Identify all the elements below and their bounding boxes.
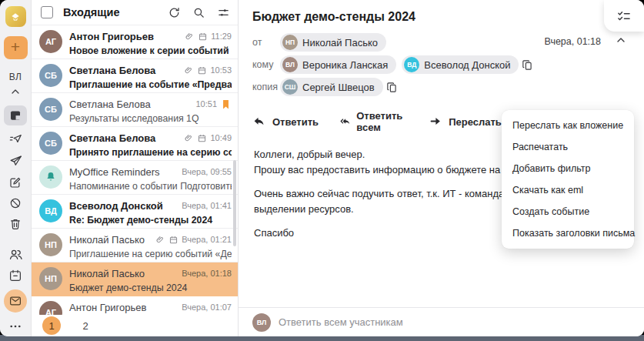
list-item[interactable]: MyOffice Reminders Вчера, 09:55 Напомина… — [32, 161, 238, 195]
folder-spam-icon[interactable] — [8, 196, 22, 210]
message-preview: Результаты исследования 1Q — [69, 112, 232, 125]
folder-drafts-icon[interactable] — [8, 176, 22, 189]
recipient-chip[interactable]: СШСергей Швецов — [280, 78, 383, 96]
message-subject: Бюджет демо-стенды 2024 — [239, 0, 644, 24]
message-preview: Re: Бюджет демо-стенды 2024 — [69, 214, 232, 226]
message-time: Вчера, 01:41 — [182, 201, 232, 210]
refresh-icon[interactable] — [168, 6, 181, 19]
reply-all-icon — [340, 115, 350, 129]
sender-name: Антон Григорьев — [69, 31, 185, 42]
page-button[interactable]: 1 — [42, 316, 61, 335]
attachment-icon — [184, 65, 194, 75]
attachment-icon — [184, 133, 194, 143]
sender-name: Всеволод Донской — [69, 200, 182, 212]
from-chips: НПНиколай Пасько — [280, 33, 386, 52]
list-item[interactable]: ВД Всеволод Донской Вчера, 01:41 Re: Бюд… — [32, 195, 238, 229]
message-preview: Новое вложение к серии событий «Аналити… — [69, 45, 232, 57]
collapse-header-icon[interactable] — [615, 34, 627, 46]
list-item[interactable]: АГ Антон Григорьев 11:29 Новое вложение … — [32, 25, 238, 59]
context-menu-item[interactable]: Добавить фильтр — [502, 158, 634, 179]
list-item[interactable]: НП Николай Пасько Вчера, 01:18 Бюджет де… — [32, 262, 238, 296]
message-time: 10:51 — [195, 99, 217, 109]
context-menu-item[interactable]: Создать событие — [502, 201, 634, 222]
mail-list-panel: Входящие АГ Антон Григорьев 11 — [32, 0, 239, 336]
from-label: от — [252, 37, 280, 48]
recipient-avatar: СШ — [282, 79, 298, 95]
tasks-panel-toggle[interactable] — [604, 0, 644, 32]
list-item[interactable]: СБ Светлана Белова 10:49 Принято приглаш… — [32, 127, 238, 161]
search-icon[interactable] — [192, 6, 205, 19]
avatar: АГ — [39, 301, 62, 315]
avatar: ВД — [39, 199, 62, 222]
recipient-avatar: НП — [282, 35, 298, 50]
recipient-chip[interactable]: НПНиколай Пасько — [280, 33, 386, 52]
list-scrollbar[interactable] — [233, 160, 236, 246]
list-item[interactable]: СБ Светлана Белова 10:51 Результаты иссл… — [32, 93, 238, 127]
context-menu-item[interactable]: Распечатать — [502, 136, 634, 158]
sender-name: MyOffice Reminders — [69, 166, 182, 178]
contacts-app-icon[interactable] — [8, 247, 23, 262]
message-time: Вчера, 01:21 — [182, 235, 232, 244]
attachment-icon — [185, 32, 195, 42]
forward-button[interactable]: Переслать — [429, 115, 502, 129]
copy-recipients-icon[interactable] — [521, 59, 534, 72]
recipient-avatar: ВД — [404, 57, 419, 72]
context-menu-item[interactable]: Скачать как eml — [502, 179, 634, 201]
list-item[interactable]: АГ Антон Григорьев Вчера, 01:07 — [32, 296, 238, 315]
mail-list-body: АГ Антон Григорьев 11:29 Новое вложение … — [32, 25, 238, 315]
cc-label: копия — [252, 82, 280, 92]
flag-bookmark-icon — [220, 99, 232, 110]
folder-inbox-selected[interactable] — [4, 105, 27, 125]
pagination: 12 — [32, 315, 238, 336]
bell-icon — [44, 170, 58, 184]
collapse-rail-icon[interactable] — [9, 85, 22, 98]
folder-sent-icon[interactable] — [8, 154, 23, 169]
reply-button[interactable]: Ответить — [252, 115, 319, 129]
message-preview: Приглашение на серию событий «Демо стен… — [69, 248, 232, 260]
event-icon — [169, 235, 179, 245]
recipient-name: Николай Пасько — [302, 37, 378, 48]
list-item[interactable]: НП Николай Пасько Вчера, 01:21 Приглашен… — [32, 229, 238, 262]
copy-cc-icon[interactable] — [385, 81, 399, 94]
event-icon — [197, 65, 207, 75]
recipient-chip[interactable]: ВДВсеволод Донской — [402, 55, 519, 74]
filter-tune-icon[interactable] — [217, 6, 230, 19]
folder-outbox-icon[interactable] — [8, 132, 23, 147]
context-menu-item[interactable]: Показать заголовки письма — [502, 222, 634, 244]
page-button[interactable]: 2 — [76, 316, 95, 335]
folder-trash-icon[interactable] — [8, 217, 22, 231]
sender-name: Николай Пасько — [69, 234, 155, 246]
current-user-avatar: ВЛ — [252, 313, 271, 332]
message-time: 11:29 — [211, 32, 232, 41]
message-preview: Приглашение на событие «Предварительно… — [69, 79, 232, 91]
mail-app-icon-active[interactable] — [4, 289, 27, 313]
to-chips: ВЛВероника ЛанскаяВДВсеволод Донской — [280, 55, 519, 74]
message-meta: от НПНиколай Пасько кому ВЛВероника Ланс… — [239, 24, 644, 96]
compose-new-button[interactable]: + — [4, 36, 28, 59]
myoffice-logo-icon — [5, 6, 26, 27]
avatar: СБ — [39, 64, 62, 87]
context-menu-item[interactable]: Переслать как вложение — [502, 115, 634, 136]
quick-reply-bar[interactable]: ВЛ Ответить всем участникам — [239, 307, 644, 336]
select-all-checkbox[interactable] — [41, 6, 53, 18]
message-preview: Напоминание о событии Подготовить отчет… — [69, 180, 232, 192]
checklist-icon — [616, 8, 632, 24]
message-time: 10:53 — [210, 65, 232, 75]
forward-icon — [429, 115, 442, 129]
event-icon — [197, 133, 207, 143]
recipient-chip[interactable]: ВЛВероника Ланская — [280, 55, 396, 74]
avatar: НП — [39, 267, 62, 290]
list-item[interactable]: СБ Светлана Белова 10:53 Приглашение на … — [32, 59, 238, 93]
app-rail: + ВЛ — [0, 0, 32, 336]
user-initials[interactable]: ВЛ — [9, 72, 22, 82]
reply-all-button[interactable]: Ответить всем — [340, 110, 407, 133]
more-apps-icon[interactable] — [8, 319, 22, 333]
message-date: Вчера, 01:18 — [544, 36, 601, 47]
recipient-avatar: ВЛ — [282, 57, 298, 72]
message-time: Вчера, 09:55 — [182, 167, 232, 176]
avatar: СБ — [39, 132, 62, 155]
avatar: НП — [39, 233, 62, 256]
calendar-app-icon[interactable] — [8, 269, 22, 282]
to-label: кому — [252, 59, 280, 70]
message-time: Вчера, 01:07 — [182, 303, 232, 312]
